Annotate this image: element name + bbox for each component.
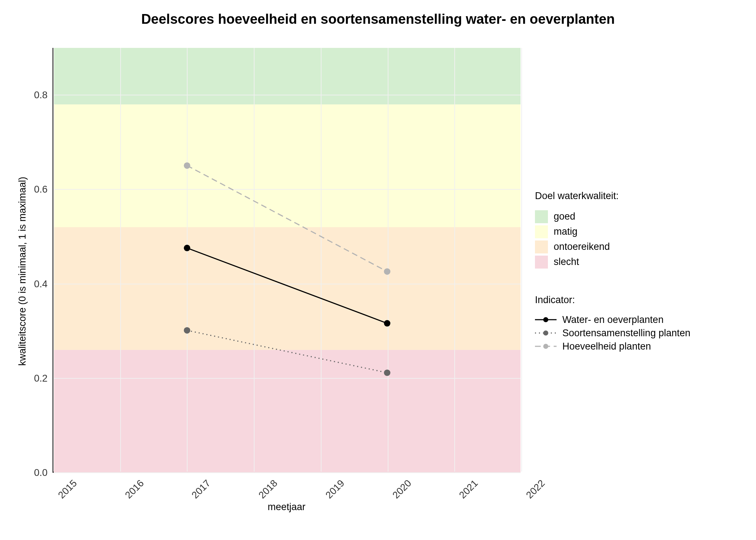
legend-label: matig [554, 226, 577, 237]
legend-swatch [535, 210, 548, 223]
legend-band-item: slecht [535, 256, 722, 269]
series-point [184, 245, 190, 251]
plot-area [53, 48, 521, 473]
svg-point-1 [543, 317, 548, 322]
y-axis-ticks: 0.00.20.40.60.8 [31, 33, 53, 509]
y-axis-label: kwaliteitscore (0 is minimaal, 1 is maxi… [17, 176, 28, 365]
plot-row: kwaliteitscore (0 is minimaal, 1 is maxi… [14, 33, 742, 509]
y-tick-label: 0.6 [34, 184, 48, 195]
x-tick-label: 2019 [323, 478, 346, 501]
x-tick-label: 2018 [257, 478, 280, 501]
legend-series: Water- en oeverplantenSoortensamenstelli… [535, 312, 722, 354]
series-line [187, 166, 387, 271]
lines-layer [54, 48, 521, 472]
y-tick-label: 0.2 [34, 373, 48, 384]
series-point [184, 327, 190, 334]
legend-series-item: Soortensamenstelling planten [535, 328, 722, 339]
legend-band-item: ontoereikend [535, 240, 722, 253]
legend-swatch [535, 256, 548, 269]
legend: Doel waterkwaliteit: goedmatigontoereike… [521, 188, 722, 354]
series-line [187, 248, 387, 323]
legend-line-swatch [535, 342, 557, 351]
x-tick-label: 2016 [123, 478, 146, 501]
chart-container: Deelscores hoeveelheid en soortensamenst… [0, 0, 756, 540]
legend-line-swatch [535, 315, 557, 324]
y-axis-label-wrap: kwaliteitscore (0 is minimaal, 1 is maxi… [14, 33, 31, 509]
legend-band-item: goed [535, 210, 722, 223]
x-tick-label: 2015 [56, 478, 79, 501]
legend-band-item: matig [535, 225, 722, 238]
x-axis-label: meetjaar [53, 501, 521, 513]
legend-label: Water- en oeverplanten [562, 314, 663, 325]
grid-line-h [54, 472, 521, 473]
grid-line-v [521, 48, 522, 472]
svg-point-3 [543, 330, 548, 336]
legend-bands: goedmatigontoereikendslecht [535, 208, 722, 271]
y-tick-label: 0.4 [34, 278, 48, 289]
legend-bands-title: Doel waterkwaliteit: [535, 190, 722, 202]
series-point [184, 162, 190, 169]
legend-line-swatch [535, 329, 557, 337]
y-tick-label: 0.8 [34, 90, 48, 101]
legend-series-item: Water- en oeverplanten [535, 314, 722, 325]
series-point [384, 320, 390, 327]
legend-series-item: Hoeveelheid planten [535, 341, 722, 352]
series-point [384, 268, 390, 275]
legend-series-title: Indicator: [535, 294, 722, 306]
legend-swatch [535, 240, 548, 253]
x-axis-ticks: 20152016201720182019202020212022 [53, 476, 521, 504]
plot-area-wrap: 20152016201720182019202020212022 meetjaa… [53, 33, 521, 509]
chart-title: Deelscores hoeveelheid en soortensamenst… [14, 12, 742, 27]
legend-label: goed [554, 211, 575, 222]
series-line [187, 330, 387, 373]
x-tick-label: 2022 [524, 478, 547, 501]
x-tick-label: 2021 [457, 478, 480, 501]
x-tick-label: 2020 [390, 478, 413, 501]
legend-label: ontoereikend [554, 241, 610, 252]
legend-label: slecht [554, 256, 579, 267]
series-point [384, 369, 390, 376]
y-tick-label: 0.0 [34, 467, 48, 478]
svg-point-5 [543, 344, 548, 349]
legend-label: Hoeveelheid planten [562, 341, 651, 352]
x-tick-label: 2017 [190, 478, 213, 501]
legend-swatch [535, 225, 548, 238]
legend-label: Soortensamenstelling planten [562, 328, 690, 339]
